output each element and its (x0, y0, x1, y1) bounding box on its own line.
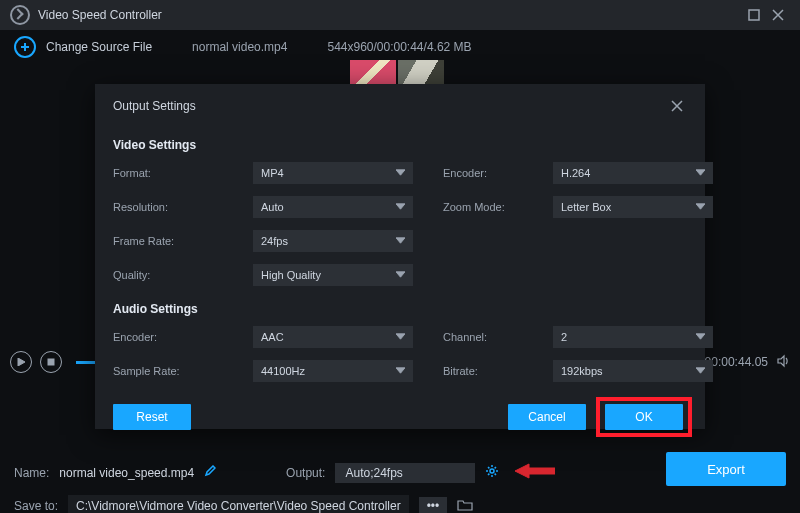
framerate-label: Frame Rate: (113, 235, 223, 247)
format-label: Format: (113, 167, 223, 179)
ok-button[interactable]: OK (605, 404, 683, 430)
chevron-down-icon (696, 201, 705, 213)
chevron-down-icon (696, 167, 705, 179)
app-title: Video Speed Controller (38, 8, 162, 22)
dialog-title: Output Settings (113, 99, 196, 113)
dialog-close-button[interactable] (667, 96, 687, 116)
reset-label: Reset (136, 410, 167, 424)
svg-rect-2 (48, 359, 54, 365)
player-time: 00:00:44.05 (705, 355, 768, 369)
encoder-select[interactable]: H.264 (553, 162, 713, 184)
output-settings-gear-icon[interactable] (485, 464, 499, 481)
saveto-label: Save to: (14, 499, 58, 513)
video-settings-heading: Video Settings (113, 138, 687, 152)
name-value: normal video_speed.mp4 (59, 466, 194, 480)
resolution-select[interactable]: Auto (253, 196, 413, 218)
svg-marker-12 (696, 368, 705, 373)
svg-point-13 (490, 469, 494, 473)
zoom-label: Zoom Mode: (443, 201, 523, 213)
samplerate-label: Sample Rate: (113, 365, 223, 377)
chevron-down-icon (396, 201, 405, 213)
audio-settings-heading: Audio Settings (113, 302, 687, 316)
window-close-button[interactable] (766, 3, 790, 27)
bitrate-select[interactable]: 192kbps (553, 360, 713, 382)
encoder-label: Encoder: (443, 167, 523, 179)
volume-icon[interactable] (776, 354, 790, 371)
quality-value: High Quality (261, 269, 321, 281)
svg-marker-10 (696, 334, 705, 339)
channel-label: Channel: (443, 331, 523, 343)
bitrate-label: Bitrate: (443, 365, 523, 377)
svg-marker-9 (396, 334, 405, 339)
source-filename: normal video.mp4 (192, 40, 287, 54)
play-button[interactable] (10, 351, 32, 373)
change-source-link[interactable]: Change Source File (46, 40, 152, 54)
stop-button[interactable] (40, 351, 62, 373)
chevron-down-icon (696, 365, 705, 377)
ok-highlight: OK (596, 397, 692, 437)
samplerate-value: 44100Hz (261, 365, 305, 377)
app-logo-icon (10, 5, 30, 25)
open-folder-icon[interactable] (457, 499, 473, 514)
window-maximize-button[interactable] (742, 3, 766, 27)
quality-label: Quality: (113, 269, 223, 281)
svg-marker-14 (515, 464, 555, 478)
chevron-down-icon (696, 331, 705, 343)
source-meta: 544x960/00:00:44/4.62 MB (327, 40, 471, 54)
reset-button[interactable]: Reset (113, 404, 191, 430)
title-bar: Video Speed Controller (0, 0, 800, 30)
bitrate-value: 192kbps (561, 365, 603, 377)
aencoder-value: AAC (261, 331, 284, 343)
edit-name-icon[interactable] (204, 465, 216, 480)
output-value: Auto;24fps (345, 466, 402, 480)
samplerate-select[interactable]: 44100Hz (253, 360, 413, 382)
chevron-down-icon (396, 365, 405, 377)
chevron-down-icon (396, 235, 405, 247)
svg-marker-1 (18, 358, 25, 366)
chevron-down-icon (396, 269, 405, 281)
svg-marker-11 (396, 368, 405, 373)
output-settings-dialog: Output Settings Video Settings Format: M… (95, 84, 705, 429)
output-label: Output: (286, 466, 325, 480)
aencoder-select[interactable]: AAC (253, 326, 413, 348)
svg-marker-7 (396, 238, 405, 243)
aencoder-label: Encoder: (113, 331, 223, 343)
zoom-value: Letter Box (561, 201, 611, 213)
resolution-value: Auto (261, 201, 284, 213)
svg-marker-8 (396, 272, 405, 277)
save-path[interactable]: C:\Vidmore\Vidmore Video Converter\Video… (68, 495, 409, 513)
chevron-down-icon (396, 331, 405, 343)
encoder-value: H.264 (561, 167, 590, 179)
cancel-button[interactable]: Cancel (508, 404, 586, 430)
channel-value: 2 (561, 331, 567, 343)
add-source-icon[interactable] (14, 36, 36, 58)
save-row: Save to: C:\Vidmore\Vidmore Video Conver… (14, 495, 786, 513)
format-select[interactable]: MP4 (253, 162, 413, 184)
resolution-label: Resolution: (113, 201, 223, 213)
zoom-select[interactable]: Letter Box (553, 196, 713, 218)
framerate-value: 24fps (261, 235, 288, 247)
output-value-box[interactable]: Auto;24fps (335, 463, 475, 483)
quality-select[interactable]: High Quality (253, 264, 413, 286)
svg-marker-6 (696, 204, 705, 209)
svg-rect-0 (749, 10, 759, 20)
channel-select[interactable]: 2 (553, 326, 713, 348)
ok-label: OK (635, 410, 652, 424)
name-row: Name: normal video_speed.mp4 Output: Aut… (14, 462, 786, 483)
svg-marker-5 (396, 204, 405, 209)
svg-marker-4 (696, 170, 705, 175)
framerate-select[interactable]: 24fps (253, 230, 413, 252)
format-value: MP4 (261, 167, 284, 179)
source-bar: Change Source File normal video.mp4 544x… (0, 30, 800, 64)
annotation-arrow-icon (515, 462, 555, 483)
name-label: Name: (14, 466, 49, 480)
browse-path-button[interactable]: ••• (419, 497, 448, 513)
chevron-down-icon (396, 167, 405, 179)
cancel-label: Cancel (528, 410, 565, 424)
svg-marker-3 (396, 170, 405, 175)
